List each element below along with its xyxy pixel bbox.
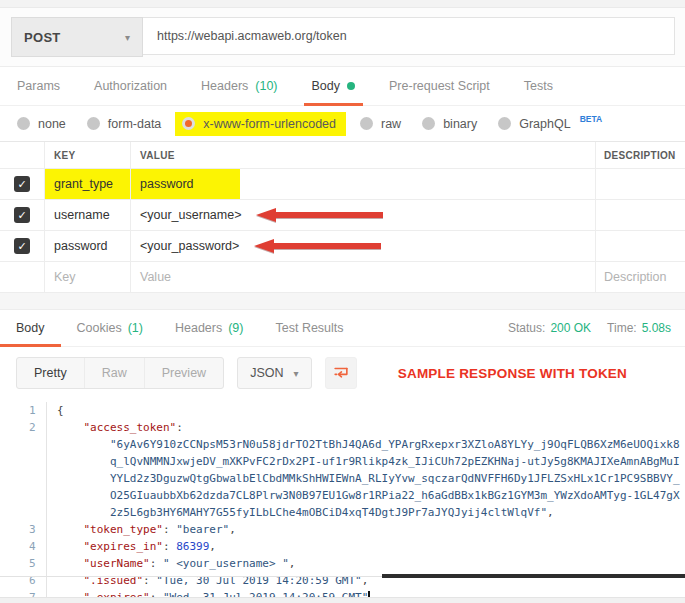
param-key-text: username [54,208,110,222]
tab-label: Pre-request Script [389,79,490,93]
code-token: "access_token" [84,421,177,434]
line-number [0,436,46,453]
tab-label: Tests [524,79,553,93]
line-number: 6 [0,572,46,589]
description-column-header: DESCRIPTION [595,142,685,168]
line-number: 2 [0,419,46,436]
status-label: Status: [508,321,545,335]
tab-label: Body [16,321,45,335]
line-number [0,487,46,504]
code-line: 1{ [0,402,685,419]
code-line-content: "userName": " <your_username> ", [46,555,685,572]
key-column-header: KEY [44,142,130,168]
tab-label: Headers [175,321,222,335]
method-dropdown[interactable]: POST ▾ [11,17,143,57]
tab-label: Test Results [275,321,343,335]
code-token: : [163,540,176,553]
chevron-down-icon: ▾ [293,368,298,379]
request-tab-params[interactable]: Params [0,67,77,105]
body-mode-binary[interactable]: binary [422,117,477,131]
response-tab-headers[interactable]: Headers(9) [159,310,260,346]
wrap-lines-button[interactable] [325,357,357,389]
code-token: "6yAv6Y910zCCNpsM53rN0u58jdrTO2TtBhJ4QA6… [110,438,680,451]
param-key-field[interactable]: password [44,231,130,261]
view-mode-pretty[interactable]: Pretty [17,358,85,388]
request-tab-authorization[interactable]: Authorization [77,67,184,105]
beta-badge: BETA [580,114,603,124]
code-line: 4 "expires_in": 86399, [0,538,685,555]
highlighted-value: password [131,169,240,199]
code-token: O25GIuaubbXb62dzda7CL8Plrw3N0B97EU1Gw8r1… [110,489,680,502]
code-line-content: YYLd2z3DguzwQtgGbwalbElCbdMMkShHWIEWnA_R… [46,470,685,487]
format-dropdown[interactable]: JSON ▾ [237,357,311,389]
response-tabs: BodyCookies(1)Headers(9)Test Results Sta… [0,310,685,347]
param-value-field[interactable]: Value [130,262,595,292]
code-line-content: "expires_in": 86399, [46,538,685,555]
method-label: POST [24,30,61,45]
body-mode-raw[interactable]: raw [360,117,401,131]
request-tab-tests[interactable]: Tests [507,67,570,105]
body-mode-form-data[interactable]: form-data [87,117,162,131]
chevron-down-icon: ▾ [125,32,130,43]
radio-button-icon [498,117,511,130]
param-description-field[interactable] [595,169,685,199]
url-input[interactable]: https://webapi.acmaweb.org/token [143,17,675,55]
body-mode-graphql[interactable]: GraphQLBETA [498,117,602,131]
code-token: : [150,557,163,570]
code-token: { [57,404,64,417]
param-description-field[interactable]: Description [595,262,685,292]
line-number [0,504,46,521]
status-badge: 200 OK [550,321,591,335]
param-value-field[interactable]: password [130,169,595,199]
param-key-field[interactable]: Key [44,262,130,292]
code-token: , [229,523,236,536]
mode-label: GraphQL [519,117,570,131]
radio-button-icon [360,117,373,130]
checkbox[interactable]: ✓ [14,176,30,192]
param-value-field[interactable]: <your_username> [130,200,595,230]
view-mode-raw[interactable]: Raw [85,358,145,388]
checkbox[interactable]: ✓ [14,238,30,254]
param-value-field[interactable]: <your_password> [130,231,595,261]
code-token: "token_type" [84,523,163,536]
param-key-field[interactable]: username [44,200,130,230]
request-tab-pre-request-script[interactable]: Pre-request Script [372,67,507,105]
tab-label: Authorization [94,79,167,93]
body-mode-x-www-form-urlencoded[interactable]: x-www-form-urlencoded [175,112,346,136]
code-token: , [209,540,216,553]
tab-count: (1) [128,321,143,335]
body-mode-none[interactable]: none [17,117,66,131]
code-token: "expires_in" [84,540,163,553]
checkbox[interactable]: ✓ [14,207,30,223]
value-column-header: VALUE [130,142,595,168]
request-tab-headers[interactable]: Headers(10) [184,67,294,105]
code-token: , [289,557,296,570]
table-row: ✓username<your_username> [0,200,685,231]
table-row: ✓password<your_password> [0,231,685,262]
horizontal-scrollbar-thumb[interactable] [382,574,685,578]
window-bottom-edge [0,597,685,603]
code-line: q_lQvNMMNJxwjeDV_mXKPvFC2rDx2PI-uf1r9Rli… [0,453,685,470]
view-mode-preview[interactable]: Preview [145,358,223,388]
green-dot-icon [347,82,355,90]
placeholder-row: KeyValueDescription [0,262,685,293]
response-tab-test-results[interactable]: Test Results [259,310,359,346]
code-line-content: O25GIuaubbXb62dzda7CL8Plrw3N0B97EU1Gw8r1… [46,487,685,504]
request-tab-body[interactable]: Body [295,67,373,105]
code-line-content: "6yAv6Y910zCCNpsM53rN0u58jdrTO2TtBhJ4QA6… [46,436,685,453]
param-description-field[interactable] [595,231,685,261]
format-label: JSON [250,366,283,380]
param-key-field[interactable]: grant_type [44,169,130,199]
view-mode-group: PrettyRawPreview [16,357,224,389]
param-value-text: password [140,177,194,191]
response-tab-body[interactable]: Body [0,310,61,346]
select-all-cell [0,142,44,168]
radio-button-icon [422,117,435,130]
line-number [0,470,46,487]
param-key-text: password [54,239,108,253]
code-line-content: "token_type": "bearer", [46,521,685,538]
response-tab-cookies[interactable]: Cookies(1) [61,310,159,346]
code-token: : [163,523,176,536]
code-line-content: q_lQvNMMNJxwjeDV_mXKPvFC2rDx2PI-uf1r9Rli… [46,453,685,470]
param-description-field[interactable] [595,200,685,230]
